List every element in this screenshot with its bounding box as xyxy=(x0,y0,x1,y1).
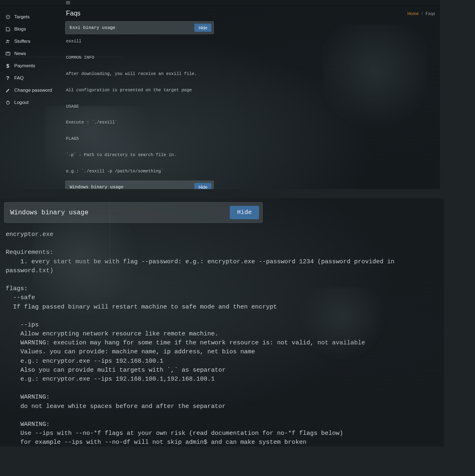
hamburger-icon[interactable] xyxy=(66,1,70,4)
faq-body: encryptor.exe Requirements: 1. every sta… xyxy=(4,230,440,447)
top-bar xyxy=(0,0,440,6)
faq-header[interactable]: Esxi binary usage Hide xyxy=(65,21,214,34)
faq-title: Windows binary usage xyxy=(10,209,88,216)
sidebar-item-logout[interactable]: Logout xyxy=(0,96,61,108)
faq-title: Windows binary usage xyxy=(70,185,123,189)
sidebar-item-label: Logout xyxy=(14,100,29,105)
sidebar-item-stuffers[interactable]: Stuffers xyxy=(0,35,61,47)
faq-title: Esxi binary usage xyxy=(70,25,115,30)
sidebar-item-faq[interactable]: ? FAQ xyxy=(0,72,61,84)
main-content: Faqs Home / Faqs Esxi binary usage Hide … xyxy=(61,6,440,189)
sidebar-item-label: Blogs xyxy=(14,26,26,31)
hide-button[interactable]: Hide xyxy=(230,206,259,219)
breadcrumb-current: Faqs xyxy=(426,11,435,16)
dashboard-panel: Targets Blogs Stuffers News $ Payments xyxy=(0,0,440,189)
blogs-icon xyxy=(5,26,11,32)
logout-icon xyxy=(5,99,11,105)
page-title: Faqs xyxy=(66,10,81,17)
sidebar-item-change-password[interactable]: Change password xyxy=(0,84,61,96)
faq-header[interactable]: Windows binary usage Hide xyxy=(65,181,214,189)
sidebar-item-label: Payments xyxy=(14,63,35,68)
breadcrumb: Home / Faqs xyxy=(407,11,435,16)
faq-zoom-panel: Windows binary usage Hide encryptor.exe … xyxy=(0,198,444,447)
sidebar-item-payments[interactable]: $ Payments xyxy=(0,60,61,72)
sidebar: Targets Blogs Stuffers News $ Payments xyxy=(0,6,61,189)
stuffers-icon xyxy=(5,38,11,44)
svg-point-8 xyxy=(8,40,9,41)
faq-entry-windows: Windows binary usage Hide encryptor.exe … xyxy=(65,181,214,189)
news-icon xyxy=(5,51,11,56)
target-icon xyxy=(5,14,11,20)
faq-header[interactable]: Windows binary usage Hide xyxy=(4,202,263,223)
sidebar-item-label: News xyxy=(14,51,26,56)
svg-rect-9 xyxy=(6,52,10,55)
page-title-row: Faqs Home / Faqs xyxy=(65,8,436,21)
breadcrumb-sep: / xyxy=(422,11,423,16)
sidebar-item-news[interactable]: News xyxy=(0,47,61,60)
sidebar-item-label: Targets xyxy=(14,14,30,19)
sidebar-item-targets[interactable]: Targets xyxy=(0,11,61,23)
faq-entry-esxi: Esxi binary usage Hide esxill COMMON INF… xyxy=(65,21,214,178)
change-password-icon xyxy=(5,87,11,93)
svg-point-6 xyxy=(7,16,8,17)
svg-point-7 xyxy=(7,40,8,41)
breadcrumb-home[interactable]: Home xyxy=(407,11,419,16)
payments-icon: $ xyxy=(5,63,11,68)
sidebar-item-label: Stuffers xyxy=(14,39,30,44)
sidebar-item-label: FAQ xyxy=(14,75,24,80)
faq-body: esxill COMMON INFO After downloading, yo… xyxy=(65,34,214,178)
faq-icon: ? xyxy=(5,75,11,81)
sidebar-item-label: Change password xyxy=(14,88,52,93)
hide-button[interactable]: Hide xyxy=(194,183,211,189)
hide-button[interactable]: Hide xyxy=(194,24,211,32)
sidebar-item-blogs[interactable]: Blogs xyxy=(0,23,61,35)
